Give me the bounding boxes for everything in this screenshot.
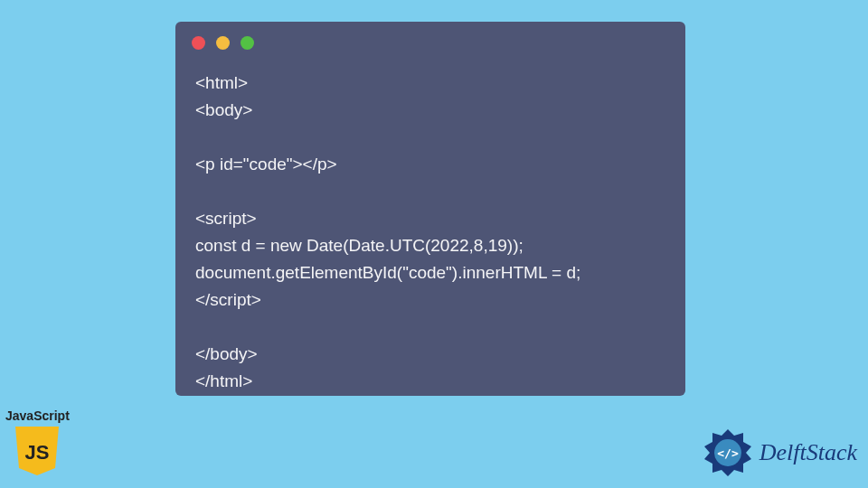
javascript-label: JavaScript	[5, 408, 70, 423]
svg-text:</>: </>	[717, 446, 739, 460]
close-icon	[192, 36, 205, 50]
svg-text:JS: JS	[25, 441, 50, 464]
delftstack-logo: </> DelftStack	[702, 427, 857, 479]
maximize-icon	[241, 36, 254, 50]
javascript-badge: JavaScript JS	[5, 408, 70, 477]
minimize-icon	[216, 36, 230, 50]
javascript-shield-icon: JS	[14, 425, 61, 477]
window-controls	[175, 22, 685, 50]
code-block: <html> <body> <p id="code"></p> <script>…	[175, 50, 685, 415]
delftstack-text: DelftStack	[760, 439, 857, 466]
delftstack-gear-icon: </>	[702, 427, 754, 479]
code-window: <html> <body> <p id="code"></p> <script>…	[175, 22, 685, 396]
